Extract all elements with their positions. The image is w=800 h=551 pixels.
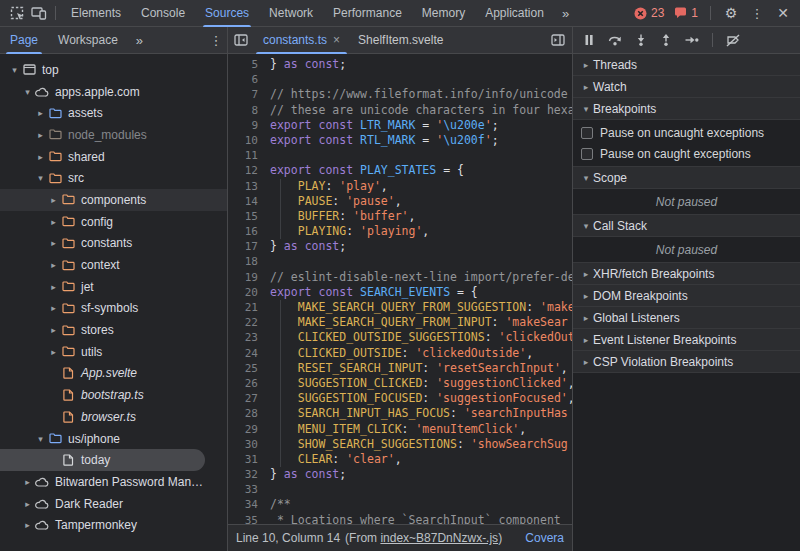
line-number[interactable]: 23 xyxy=(228,330,258,345)
tree-item-shared[interactable]: ▸shared xyxy=(0,146,227,168)
issues-badge[interactable]: 1 xyxy=(671,6,701,20)
line-number[interactable]: 26 xyxy=(228,376,258,391)
chevron-right-icon[interactable]: ▸ xyxy=(34,108,47,118)
line-number[interactable]: 12 xyxy=(228,163,258,178)
line-number[interactable]: 33 xyxy=(228,482,258,497)
chevron-down-icon[interactable]: ▾ xyxy=(34,173,47,183)
chevron-right-icon[interactable]: ▸ xyxy=(21,499,34,509)
section-header-xhr-fetch-breakpoints[interactable]: ▸XHR/fetch Breakpoints xyxy=(573,263,800,285)
tab-performance[interactable]: Performance xyxy=(323,0,412,27)
chevron-right-icon[interactable]: ▸ xyxy=(47,238,60,248)
checkbox-row-pause-on-uncaught-exceptions[interactable]: Pause on uncaught exceptions xyxy=(573,122,800,143)
tree-item-config[interactable]: ▸config xyxy=(0,211,227,233)
checkbox-row-pause-on-caught-exceptions[interactable]: Pause on caught exceptions xyxy=(573,143,800,164)
tree-item-app-svelte[interactable]: App.svelte xyxy=(0,363,227,385)
chevron-right-icon[interactable]: ▸ xyxy=(47,303,60,313)
sourcemap-file-link[interactable]: index~B87DnNzwx-.js xyxy=(380,531,498,545)
section-header-global-listeners[interactable]: ▸Global Listeners xyxy=(573,307,800,329)
line-number[interactable]: 14 xyxy=(228,194,258,209)
checkbox-unchecked[interactable] xyxy=(581,127,593,139)
more-tabs-button[interactable]: » xyxy=(554,6,577,21)
tab-console[interactable]: Console xyxy=(131,0,195,27)
section-header-event-listener-breakpoints[interactable]: ▸Event Listener Breakpoints xyxy=(573,329,800,351)
tab-memory[interactable]: Memory xyxy=(412,0,475,27)
line-number[interactable]: 19 xyxy=(228,270,258,285)
inspect-element-icon[interactable] xyxy=(6,2,28,24)
section-header-dom-breakpoints[interactable]: ▸DOM Breakpoints xyxy=(573,285,800,307)
checkbox-unchecked[interactable] xyxy=(581,148,593,160)
chevron-down-icon[interactable]: ▾ xyxy=(8,65,21,75)
line-number[interactable]: 27 xyxy=(228,391,258,406)
line-number[interactable]: 5 xyxy=(228,57,258,72)
navigator-more-tabs-button[interactable]: » xyxy=(128,33,151,48)
close-tab-icon[interactable]: × xyxy=(333,33,340,47)
device-toolbar-icon[interactable] xyxy=(28,2,50,24)
section-header-threads[interactable]: ▸Threads xyxy=(573,54,800,76)
tree-item-stores[interactable]: ▸stores xyxy=(0,319,227,341)
code-editor[interactable]: 5} as const;67// https://www.fileformat.… xyxy=(228,54,572,524)
section-header-call-stack[interactable]: ▾Call Stack xyxy=(573,215,800,237)
chevron-down-icon[interactable]: ▾ xyxy=(21,87,34,97)
chevron-right-icon[interactable]: ▸ xyxy=(21,477,34,487)
line-number[interactable]: 22 xyxy=(228,315,258,330)
line-number[interactable]: 24 xyxy=(228,346,258,361)
chevron-right-icon[interactable]: ▸ xyxy=(47,325,60,335)
hide-navigator-icon[interactable] xyxy=(230,29,252,51)
chevron-right-icon[interactable]: ▸ xyxy=(34,130,47,140)
line-number[interactable]: 28 xyxy=(228,406,258,421)
tree-item-browser-ts[interactable]: browser.ts xyxy=(0,406,227,428)
tree-item-constants[interactable]: ▸constants xyxy=(0,233,227,255)
section-header-csp-violation-breakpoints[interactable]: ▸CSP Violation Breakpoints xyxy=(573,351,800,373)
step-over-icon[interactable] xyxy=(608,34,622,46)
navigator-tab-workspace[interactable]: Workspace xyxy=(48,27,128,54)
line-number[interactable]: 18 xyxy=(228,254,258,269)
tree-item-context[interactable]: ▸context xyxy=(0,254,227,276)
line-number[interactable]: 30 xyxy=(228,437,258,452)
deactivate-breakpoints-icon[interactable] xyxy=(726,34,740,47)
line-number[interactable]: 25 xyxy=(228,361,258,376)
line-number[interactable]: 20 xyxy=(228,285,258,300)
line-number[interactable]: 15 xyxy=(228,209,258,224)
chevron-right-icon[interactable]: ▸ xyxy=(47,260,60,270)
tree-item-bootstrap-ts[interactable]: bootstrap.ts xyxy=(0,384,227,406)
console-errors-badge[interactable]: 23 xyxy=(631,6,667,20)
tab-elements[interactable]: Elements xyxy=(61,0,131,27)
section-header-watch[interactable]: ▸Watch xyxy=(573,76,800,98)
chevron-right-icon[interactable]: ▸ xyxy=(47,217,60,227)
tree-item-src[interactable]: ▾src xyxy=(0,167,227,189)
kebab-menu-icon[interactable]: ⋮ xyxy=(746,2,768,24)
line-number[interactable]: 10 xyxy=(228,133,258,148)
pause-icon[interactable] xyxy=(583,34,595,46)
line-number[interactable]: 34 xyxy=(228,497,258,512)
tab-sources[interactable]: Sources xyxy=(195,0,259,27)
line-number[interactable]: 16 xyxy=(228,224,258,239)
tree-item-tampermonkey[interactable]: ▸Tampermonkey xyxy=(0,514,227,536)
line-number[interactable]: 8 xyxy=(228,103,258,118)
close-devtools-icon[interactable]: ✕ xyxy=(772,2,794,24)
tree-item-assets[interactable]: ▸assets xyxy=(0,102,227,124)
chevron-right-icon[interactable]: ▸ xyxy=(47,347,60,357)
chevron-right-icon[interactable]: ▸ xyxy=(47,282,60,292)
tree-item-bitwarden-password-man[interactable]: ▸Bitwarden Password Man… xyxy=(0,471,227,493)
line-number[interactable]: 29 xyxy=(228,422,258,437)
settings-gear-icon[interactable]: ⚙ xyxy=(720,2,742,24)
section-header-breakpoints[interactable]: ▾Breakpoints xyxy=(573,98,800,120)
line-number[interactable]: 9 xyxy=(228,118,258,133)
step-into-icon[interactable] xyxy=(635,34,647,46)
tree-item-node-modules[interactable]: ▸node_modules xyxy=(0,124,227,146)
tree-item-top[interactable]: ▾top xyxy=(0,59,227,81)
editor-tab-constants-ts[interactable]: constants.ts× xyxy=(254,27,349,54)
hide-debugger-sidebar-icon[interactable] xyxy=(547,29,569,51)
editor-tab-shelfitem-svelte[interactable]: ShelfItem.svelte xyxy=(349,27,452,54)
chevron-right-icon[interactable]: ▸ xyxy=(34,152,47,162)
step-out-icon[interactable] xyxy=(660,34,672,46)
chevron-right-icon[interactable]: ▸ xyxy=(47,195,60,205)
tab-network[interactable]: Network xyxy=(259,0,323,27)
line-number[interactable]: 35 xyxy=(228,513,258,524)
tree-item-utils[interactable]: ▸utils xyxy=(0,341,227,363)
tree-item-jet[interactable]: ▸jet xyxy=(0,276,227,298)
line-number[interactable]: 13 xyxy=(228,179,258,194)
navigator-tab-page[interactable]: Page xyxy=(0,27,48,54)
coverage-link[interactable]: Covera xyxy=(525,531,564,545)
tree-item-apps-apple-com[interactable]: ▾apps.apple.com xyxy=(0,81,227,103)
